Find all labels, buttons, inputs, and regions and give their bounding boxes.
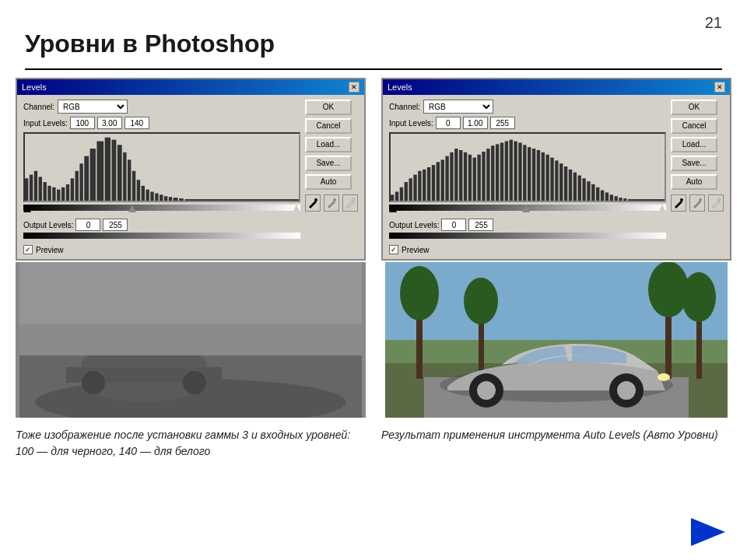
svg-rect-92 [601, 191, 604, 201]
svg-rect-62 [464, 152, 467, 201]
svg-rect-85 [569, 170, 572, 201]
svg-rect-73 [514, 142, 517, 201]
left-channel-select[interactable]: RGB [58, 100, 128, 114]
right-output-slider[interactable] [389, 233, 666, 242]
left-input-slider[interactable] [23, 205, 300, 215]
svg-point-34 [333, 198, 336, 201]
left-dialog-left: Channel: RGB Input Levels: [23, 100, 300, 254]
svg-rect-50 [409, 178, 412, 201]
svg-rect-80 [545, 155, 549, 201]
svg-rect-26 [155, 193, 158, 201]
svg-rect-27 [160, 194, 163, 201]
right-dialog-left: Channel: RGB Input Levels: [389, 100, 666, 254]
svg-point-42 [82, 371, 105, 394]
svg-rect-0 [25, 178, 28, 201]
left-ok-button[interactable]: OK [305, 100, 352, 115]
svg-rect-54 [427, 167, 430, 201]
svg-rect-2 [34, 171, 37, 201]
right-input-gamma[interactable] [463, 117, 488, 129]
right-dialog-body: Channel: RGB Input Levels: [383, 95, 730, 259]
left-black-eyedropper[interactable] [305, 194, 321, 212]
right-output-black[interactable] [441, 219, 466, 231]
svg-rect-16 [105, 138, 110, 201]
left-histogram [23, 132, 300, 202]
svg-rect-15 [96, 142, 103, 201]
svg-rect-12 [79, 163, 82, 201]
left-output-white[interactable] [103, 219, 128, 231]
svg-rect-55 [432, 165, 435, 201]
svg-rect-76 [528, 147, 531, 201]
left-dialog-close[interactable]: ✕ [349, 82, 359, 93]
svg-rect-87 [578, 176, 581, 201]
right-load-button[interactable]: Load... [671, 137, 717, 152]
left-preview-checkbox[interactable]: ✓ [23, 245, 33, 254]
left-load-button[interactable]: Load... [305, 137, 352, 152]
svg-rect-72 [510, 140, 513, 201]
svg-point-43 [183, 371, 206, 394]
left-save-button[interactable]: Save... [305, 156, 352, 171]
svg-rect-53 [423, 170, 426, 201]
left-input-gamma[interactable] [97, 117, 122, 129]
svg-rect-51 [413, 175, 416, 201]
left-image-preview [16, 262, 366, 418]
right-dialog-title: Levels [388, 82, 412, 92]
svg-rect-30 [174, 198, 178, 201]
left-gray-eyedropper[interactable] [324, 194, 339, 212]
left-dialog-body: Channel: RGB Input Levels: [17, 95, 364, 259]
left-output-slider[interactable] [23, 233, 300, 242]
right-eyedropper-row [671, 194, 724, 212]
svg-rect-96 [619, 198, 622, 201]
right-input-slider[interactable] [389, 205, 666, 215]
left-cancel-button[interactable]: Cancel [305, 118, 352, 134]
svg-point-113 [682, 272, 716, 322]
right-channel-select[interactable]: RGB [423, 100, 493, 114]
right-caption: Результат применения инструмента Auto Le… [381, 427, 731, 443]
right-white-eyedropper[interactable] [708, 194, 724, 212]
svg-rect-57 [441, 159, 444, 201]
svg-rect-3 [39, 177, 42, 201]
svg-rect-1 [30, 175, 33, 201]
right-output-levels-row: Output Levels: [389, 219, 666, 231]
svg-rect-22 [137, 180, 140, 201]
svg-marker-120 [691, 518, 725, 546]
right-gray-eyedropper[interactable] [689, 194, 705, 212]
right-input-white[interactable] [490, 117, 515, 129]
svg-rect-13 [84, 156, 89, 201]
svg-rect-14 [90, 149, 96, 201]
right-preview-checkbox[interactable]: ✓ [389, 245, 398, 254]
right-input-black[interactable] [436, 117, 461, 129]
right-output-white[interactable] [468, 219, 493, 231]
right-dialog-close[interactable]: ✕ [714, 82, 725, 93]
right-ok-button[interactable]: OK [671, 100, 717, 115]
left-output-black[interactable] [75, 219, 100, 231]
svg-rect-91 [596, 187, 599, 201]
right-black-eyedropper[interactable] [671, 194, 686, 212]
next-arrow-button[interactable] [691, 518, 725, 546]
left-output-label: Output Levels: [23, 221, 73, 229]
svg-rect-28 [164, 196, 167, 201]
left-input-levels-row: Input Levels: [23, 117, 300, 129]
svg-rect-45 [19, 324, 362, 355]
svg-rect-66 [482, 152, 485, 201]
page-title: Уровни в Photoshop [25, 30, 275, 58]
right-image-preview [381, 262, 731, 418]
svg-point-33 [314, 198, 317, 201]
right-histogram [389, 132, 666, 202]
left-white-eyedropper[interactable] [342, 194, 358, 212]
page-number: 21 [705, 14, 722, 32]
right-cancel-button[interactable]: Cancel [671, 118, 717, 134]
svg-rect-61 [459, 150, 462, 201]
svg-rect-59 [450, 152, 453, 201]
svg-rect-83 [559, 163, 563, 201]
svg-rect-49 [405, 182, 408, 201]
panels-container: Levels ✕ Channel: RGB Input Levels: [16, 78, 731, 460]
left-preview-row: ✓ Preview [23, 245, 300, 254]
left-input-white[interactable] [124, 117, 149, 129]
right-auto-button[interactable]: Auto [671, 174, 717, 190]
right-panel: Levels ✕ Channel: RGB Input Levels: [381, 78, 731, 460]
svg-rect-18 [117, 145, 122, 201]
right-save-button[interactable]: Save... [671, 156, 717, 171]
left-auto-button[interactable]: Auto [305, 174, 352, 190]
svg-rect-29 [169, 197, 172, 201]
left-input-black[interactable] [70, 117, 95, 129]
